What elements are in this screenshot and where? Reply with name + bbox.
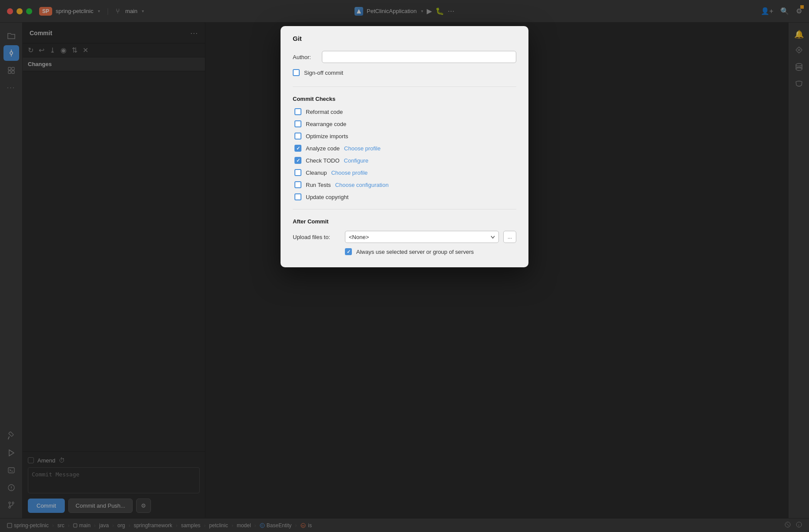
sign-off-row: Sign-off commit <box>293 69 516 76</box>
always-label: Always use selected server or group of s… <box>356 249 474 255</box>
check-copyright: Update copyright <box>293 193 516 200</box>
upload-row: Upload files to: <None> ... <box>293 231 516 243</box>
check-reformat: Reformat code <box>293 108 516 115</box>
modal-overlay: Git Author: Sign-off commit Commit Check… <box>0 0 809 532</box>
sign-off-label: Sign-off commit <box>304 70 343 76</box>
check-analyze: Analyze code Choose profile <box>293 145 516 152</box>
copyright-checkbox[interactable] <box>294 193 301 200</box>
always-row: Always use selected server or group of s… <box>293 248 516 255</box>
analyze-label: Analyze code <box>306 145 340 152</box>
analyze-choose-profile-link[interactable]: Choose profile <box>344 145 381 152</box>
run-tests-choose-config-link[interactable]: Choose configuration <box>335 182 389 188</box>
cleanup-choose-profile-link[interactable]: Choose profile <box>331 170 368 176</box>
upload-label: Upload files to: <box>293 234 341 240</box>
check-run-tests: Run Tests Choose configuration <box>293 181 516 188</box>
upload-dots-button[interactable]: ... <box>503 231 516 243</box>
divider-1 <box>293 86 516 87</box>
upload-dropdown-icon <box>491 236 495 239</box>
todo-configure-link[interactable]: Configure <box>344 157 368 164</box>
upload-select[interactable]: <None> <box>345 231 499 243</box>
optimize-label: Optimize imports <box>306 133 348 140</box>
commit-checks-title: Commit Checks <box>293 96 516 102</box>
cleanup-checkbox[interactable] <box>294 169 301 176</box>
git-dialog: Git Author: Sign-off commit Commit Check… <box>281 26 528 267</box>
optimize-checkbox[interactable] <box>294 133 301 140</box>
rearrange-label: Rearrange code <box>306 121 346 127</box>
check-rearrange: Rearrange code <box>293 120 516 127</box>
author-row: Author: <box>293 51 516 63</box>
copyright-label: Update copyright <box>306 194 348 200</box>
always-checkbox[interactable] <box>345 248 352 255</box>
reformat-checkbox[interactable] <box>294 108 301 115</box>
cleanup-label: Cleanup <box>306 170 327 176</box>
todo-checkbox[interactable] <box>294 157 301 164</box>
run-tests-label: Run Tests <box>306 182 331 188</box>
todo-label: Check TODO <box>306 157 340 164</box>
divider-2 <box>293 209 516 209</box>
analyze-checkbox[interactable] <box>294 145 301 152</box>
sign-off-checkbox[interactable] <box>293 69 300 76</box>
check-cleanup: Cleanup Choose profile <box>293 169 516 176</box>
dialog-title: Git <box>293 35 516 42</box>
author-input[interactable] <box>322 51 516 63</box>
reformat-label: Reformat code <box>306 109 343 115</box>
author-label: Author: <box>293 54 317 60</box>
check-todo: Check TODO Configure <box>293 157 516 164</box>
after-commit-title: After Commit <box>293 218 516 225</box>
run-tests-checkbox[interactable] <box>294 181 301 188</box>
check-optimize: Optimize imports <box>293 133 516 140</box>
upload-select-value: <None> <box>349 234 369 240</box>
rearrange-checkbox[interactable] <box>294 120 301 127</box>
